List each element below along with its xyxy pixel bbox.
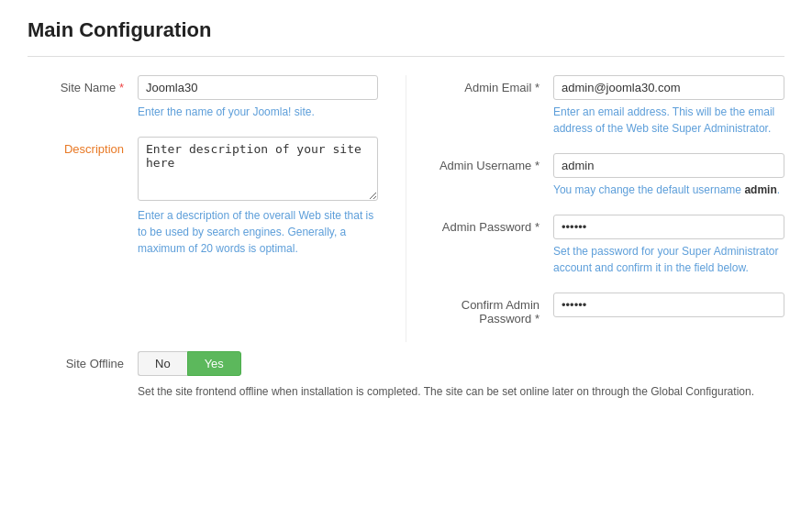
right-column: Admin Email * Enter an email address. Th… [406, 75, 784, 342]
admin-username-input[interactable] [553, 153, 784, 178]
offline-hint: Set the site frontend offline when insta… [138, 383, 754, 400]
description-textarea[interactable]: Enter description of your site here [138, 137, 378, 201]
description-hint: Enter a description of the overall Web s… [138, 207, 378, 257]
admin-password-label: Admin Password * [434, 215, 553, 234]
confirm-password-label: Confirm Admin Password * [434, 293, 553, 326]
left-column: Site Name * Enter the name of your Jooml… [28, 75, 406, 342]
admin-username-label: Admin Username * [434, 153, 553, 172]
admin-password-field-wrap: Set the password for your Super Administ… [553, 215, 784, 276]
admin-email-group: Admin Email * Enter an email address. Th… [434, 75, 784, 137]
admin-username-group: Admin Username * You may change the defa… [434, 153, 784, 198]
description-group: Description Enter description of your si… [28, 137, 378, 257]
admin-password-group: Admin Password * Set the password for yo… [434, 215, 784, 276]
description-label: Description [28, 137, 138, 156]
site-offline-controls: No Yes Set the site frontend offline whe… [138, 351, 754, 400]
admin-email-field-wrap: Enter an email address. This will be the… [553, 75, 784, 137]
admin-email-hint: Enter an email address. This will be the… [553, 104, 784, 137]
admin-password-hint: Set the password for your Super Administ… [553, 243, 784, 276]
main-form: Site Name * Enter the name of your Jooml… [28, 75, 784, 342]
site-name-field-wrap: Enter the name of your Joomla! site. [138, 75, 378, 120]
toggle-group: No Yes [138, 351, 754, 376]
site-name-hint: Enter the name of your Joomla! site. [138, 104, 378, 120]
admin-password-input[interactable] [553, 215, 784, 239]
admin-username-hint: You may change the default username admi… [553, 182, 784, 198]
offline-no-button[interactable]: No [138, 351, 187, 376]
page-title: Main Configuration [28, 18, 784, 42]
admin-username-field-wrap: You may change the default username admi… [553, 153, 784, 198]
admin-email-input[interactable] [553, 75, 784, 100]
site-name-label: Site Name * [28, 75, 138, 94]
confirm-password-field-wrap [553, 293, 784, 317]
confirm-password-group: Confirm Admin Password * [434, 293, 784, 326]
site-name-input[interactable] [138, 75, 378, 100]
site-name-group: Site Name * Enter the name of your Jooml… [28, 75, 378, 120]
confirm-password-input[interactable] [553, 293, 784, 317]
site-offline-row: Site Offline No Yes Set the site fronten… [28, 351, 784, 400]
offline-yes-button[interactable]: Yes [187, 351, 241, 376]
site-offline-label: Site Offline [28, 351, 138, 370]
description-field-wrap: Enter description of your site here Ente… [138, 137, 378, 257]
admin-email-label: Admin Email * [434, 75, 553, 94]
